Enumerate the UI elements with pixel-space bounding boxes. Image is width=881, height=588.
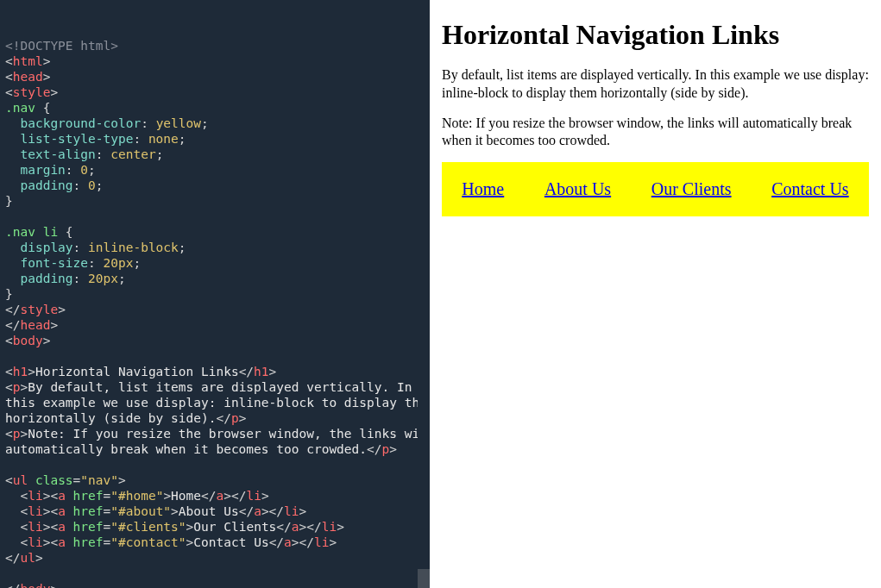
code-line[interactable]: font-size: 20px;	[5, 255, 425, 271]
nav-link[interactable]: About Us	[544, 179, 611, 198]
code-line[interactable]: <h1>Horizontal Navigation Links</h1>	[5, 364, 425, 379]
nav-item: Home	[462, 162, 504, 216]
code-line[interactable]: </ul>	[5, 550, 425, 566]
preview-nav: HomeAbout UsOur ClientsContact Us	[442, 162, 869, 216]
nav-item: About Us	[544, 162, 611, 216]
code-editor-pane[interactable]: <!DOCTYPE html><html><head><style>.nav {…	[0, 0, 430, 588]
preview-paragraph-2: Note: If you resize the browser window, …	[442, 115, 869, 151]
code-line[interactable]: background-color: yellow;	[5, 116, 425, 131]
nav-link[interactable]: Our Clients	[651, 179, 732, 198]
code-line[interactable]: .nav li {	[5, 224, 425, 240]
preview-paragraph-1: By default, list items are displayed ver…	[442, 66, 869, 103]
code-line[interactable]: <p>By default, list items are displayed …	[5, 379, 425, 395]
preview-heading: Horizontal Navigation Links	[442, 19, 869, 51]
code-line[interactable]: </body>	[5, 581, 425, 588]
code-line[interactable]: <ul class="nav">	[5, 472, 425, 488]
code-line[interactable]: }	[5, 286, 425, 302]
code-line[interactable]: <p>Note: If you resize the browser windo…	[5, 426, 425, 441]
code-line[interactable]: <li><a href="#contact">Contact Us</a></l…	[5, 535, 425, 550]
code-content[interactable]: <!DOCTYPE html><html><head><style>.nav {…	[5, 38, 425, 588]
editor-scrollbar-track	[418, 0, 430, 588]
code-line[interactable]: horizontally (side by side).</p>	[5, 410, 425, 426]
editor-scrollbar-thumb[interactable]	[418, 569, 430, 588]
nav-item: Our Clients	[651, 162, 732, 216]
code-line[interactable]: <html>	[5, 53, 425, 69]
nav-link[interactable]: Home	[462, 179, 504, 198]
code-line[interactable]: text-align: center;	[5, 147, 425, 162]
code-line[interactable]	[5, 457, 425, 472]
code-line[interactable]: padding: 20px;	[5, 271, 425, 286]
code-line[interactable]: <li><a href="#home">Home</a></li>	[5, 488, 425, 504]
code-line[interactable]: <style>	[5, 84, 425, 100]
code-line[interactable]: this example we use display: inline-bloc…	[5, 395, 425, 410]
code-line[interactable]	[5, 348, 425, 364]
code-line[interactable]	[5, 209, 425, 224]
nav-item: Contact Us	[771, 162, 848, 216]
code-line[interactable]: <!DOCTYPE html>	[5, 38, 425, 53]
code-line[interactable]: padding: 0;	[5, 178, 425, 193]
code-line[interactable]: <li><a href="#about">About Us</a></li>	[5, 504, 425, 519]
code-line[interactable]: list-style-type: none;	[5, 131, 425, 147]
code-line[interactable]	[5, 566, 425, 581]
code-line[interactable]: </head>	[5, 317, 425, 333]
code-line[interactable]: <head>	[5, 69, 425, 84]
code-line[interactable]: <body>	[5, 333, 425, 348]
code-line[interactable]: margin: 0;	[5, 162, 425, 178]
nav-link[interactable]: Contact Us	[771, 179, 848, 198]
code-line[interactable]: </style>	[5, 302, 425, 317]
preview-pane: Horizontal Navigation Links By default, …	[430, 0, 881, 588]
code-line[interactable]: .nav {	[5, 100, 425, 116]
code-line[interactable]: }	[5, 193, 425, 209]
code-line[interactable]: automatically break when it becomes too …	[5, 441, 425, 457]
code-line[interactable]: display: inline-block;	[5, 240, 425, 255]
code-line[interactable]: <li><a href="#clients">Our Clients</a></…	[5, 519, 425, 535]
